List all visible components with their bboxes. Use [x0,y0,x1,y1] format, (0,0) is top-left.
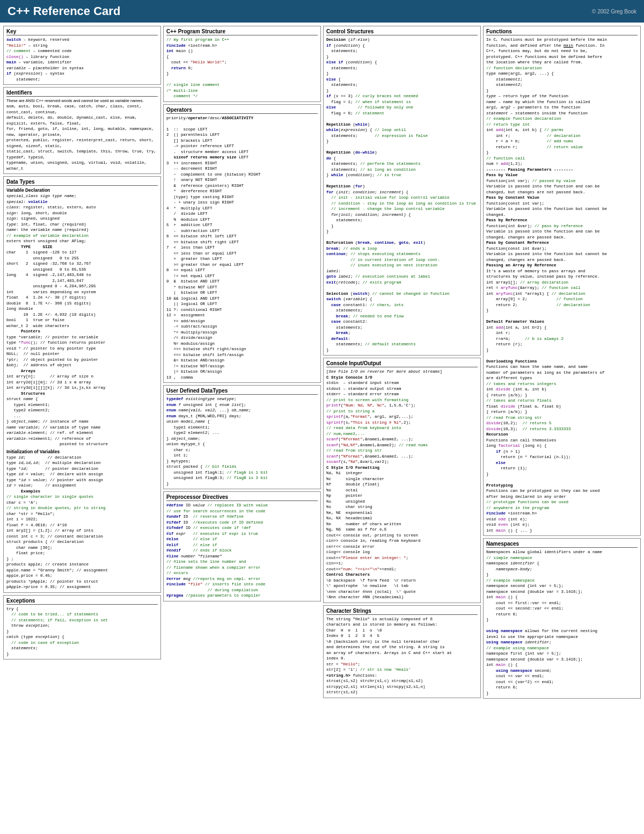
control-structures-section: Control Structures Decision (if-else) if… [323,26,481,356]
init-content: type id; // declaration type id,id,id; /… [6,455,158,590]
exceptions-title: Exceptions [6,598,158,605]
functions-section: Functions In C, functions must be protot… [483,26,641,536]
column-3: Control Structures Decision (if-else) if… [322,25,482,700]
init-subtitle: Initialization of Variables [6,449,158,454]
functions-content: In C, functions must be prototyped befor… [486,37,638,533]
console-io-title: Console Input/Output [326,360,478,367]
operators-section: Operators priority/operator/desc/ASSOCIA… [163,104,321,383]
datatypes-content: special_class sign type name; special: v… [6,193,158,447]
datatypes-section: Data Types Variable Declaration special_… [3,176,161,593]
column-2: C++ Program Structure // my first progra… [162,25,322,700]
console-io-content: [See File I/O on reverse for more about … [326,369,478,600]
user-defined-title: User Defined DataTypes [166,388,318,395]
program-structure-title: C++ Program Structure [166,28,318,35]
user-defined-section: User Defined DataTypes typedef existingt… [163,385,321,489]
namespaces-content: Namespaces allow global identifiers unde… [486,549,638,696]
preprocessor-section: Preprocessor Directives #define ID value… [163,491,321,601]
identifiers-section: Identifiers These are ANSI C++ reserved … [3,87,161,174]
console-io-section: Console Input/Output [See File I/O on re… [323,358,481,603]
column-4: Functions In C, functions must be protot… [482,25,642,700]
key-section: Key switch – keyword, reserved "Hello!" … [3,26,161,85]
control-content: Decision (if-else) if (condition) { stat… [326,37,478,353]
identifiers-desc: These are ANSI C++ reserved words and ca… [6,98,158,104]
char-strings-section: Character Strings The string "Hello" is … [323,605,481,698]
page-header: C++ Reference Card © 2002 Greg Book [0,0,644,23]
functions-title: Functions [486,28,638,35]
exceptions-content: try { // code to be tried... if statemen… [6,606,158,657]
identifiers-title: Identifiers [6,90,158,97]
char-strings-content: The string "Hello" is actually composed … [326,617,478,695]
datatypes-title: Data Types [6,179,158,186]
copyright: © 2002 Greg Book [592,9,636,14]
page-title: C++ Reference Card [8,4,120,18]
identifiers-content: asm, auto, bool, break, case, catch, cha… [6,104,158,171]
control-title: Control Structures [326,28,478,35]
preprocessor-content: #define ID value // replaces ID with val… [166,503,318,599]
namespaces-title: Namespaces [486,541,638,548]
namespaces-section: Namespaces Namespaces allow global ident… [483,538,641,699]
operators-content: priority/operator/desc/ASSOCIATIVITY 1 :… [166,115,318,381]
column-1: Key switch – keyword, reserved "Hello!" … [2,25,162,700]
char-strings-title: Character Strings [326,608,478,615]
preprocessor-title: Preprocessor Directives [166,494,318,501]
program-structure-content: // my first program in C++ #include <ios… [166,37,318,99]
key-content: switch – keyword, reserved "Hello!" – st… [6,37,158,82]
exceptions-section: Exceptions try { // code to be tried... … [3,595,161,660]
vardecl-subtitle: Variable Declaration [6,187,158,193]
program-structure-section: C++ Program Structure // my first progra… [163,26,321,102]
main-content: Key switch – keyword, reserved "Hello!" … [0,23,644,702]
key-title: Key [6,28,158,35]
operators-title: Operators [166,107,318,114]
user-defined-content: typedef existingtype newtype; enum f uns… [166,396,318,487]
